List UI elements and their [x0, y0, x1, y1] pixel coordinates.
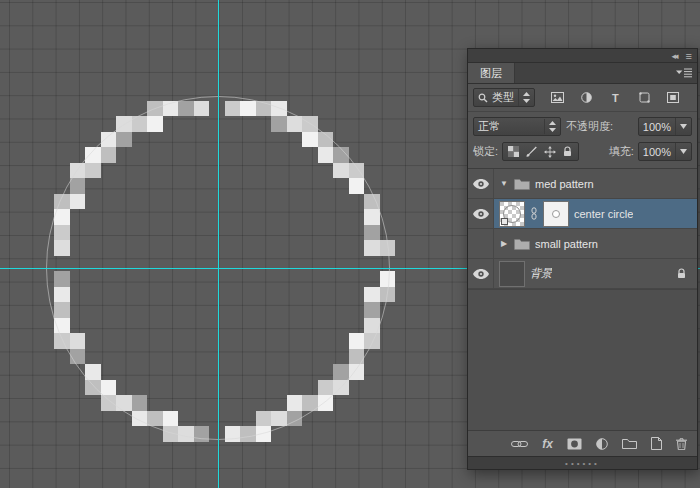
- mask-link-icon[interactable]: [530, 207, 538, 220]
- spin-arrows-icon: [523, 92, 530, 103]
- eye-icon: [473, 269, 489, 279]
- fill-value: 100%: [643, 146, 671, 158]
- chevron-down-icon: [680, 124, 687, 129]
- opacity-dropdown[interactable]: 100%: [638, 117, 692, 136]
- lock-buttons: [502, 142, 579, 161]
- link-layers-button[interactable]: [511, 440, 528, 448]
- chevron-down-icon: [680, 149, 687, 154]
- layer-row-center-circle[interactable]: center circle: [468, 199, 697, 229]
- layers-list: ▼med patterncenter circle▶small pattern背…: [468, 169, 697, 290]
- layer-filter-row: 类型 T: [468, 84, 697, 112]
- panel-header-strip: ◂◂≡: [468, 49, 697, 63]
- blend-mode-dropdown[interactable]: 正常: [473, 117, 561, 136]
- adjustment-layer-button[interactable]: [596, 438, 608, 450]
- visibility-toggle[interactable]: [468, 259, 494, 288]
- spin-arrows-icon: [549, 121, 556, 132]
- folder-icon: [514, 238, 530, 250]
- opacity-label: 不透明度:: [566, 119, 613, 134]
- new-layer-button[interactable]: [651, 437, 662, 450]
- lock-all-icon[interactable]: [560, 144, 575, 160]
- layer-style-button[interactable]: fx: [542, 437, 553, 451]
- panel-bottom-bar: fx: [468, 430, 697, 456]
- filter-type-value: 类型: [492, 90, 514, 105]
- layer-mask-button[interactable]: [567, 438, 582, 450]
- folder-icon: [514, 178, 530, 190]
- visibility-toggle[interactable]: [468, 169, 494, 198]
- panel-tab-bar: 图层: [468, 63, 697, 84]
- visibility-toggle[interactable]: [468, 199, 494, 228]
- layer-thumbnail[interactable]: [499, 261, 525, 287]
- lock-icon: [677, 268, 692, 279]
- layer-name: 背景: [530, 266, 552, 281]
- lock-row: 锁定: 填充: 100%: [468, 140, 697, 169]
- vertical-guide: [218, 0, 219, 488]
- eye-icon: [473, 179, 489, 189]
- filter-smart-object-icon[interactable]: [663, 88, 683, 107]
- layer-name: med pattern: [535, 178, 594, 190]
- filter-type-icon[interactable]: T: [605, 88, 625, 107]
- fx-icon: fx: [542, 437, 553, 451]
- panel-resize-grip[interactable]: ••••••: [468, 456, 697, 469]
- layers-panel: ◂◂≡ 图层 类型 T: [467, 48, 698, 470]
- mask-preview-dot: [552, 210, 560, 218]
- grip-dots-icon: ••••••: [565, 459, 600, 468]
- opacity-value: 100%: [643, 121, 671, 133]
- lock-position-icon[interactable]: [542, 144, 557, 160]
- lock-pixels-icon[interactable]: [524, 144, 539, 160]
- layer-row-small-pattern[interactable]: ▶small pattern: [468, 229, 697, 259]
- layer-row-content: 背景: [494, 259, 697, 288]
- fill-dropdown[interactable]: 100%: [638, 142, 692, 161]
- panel-menu-icon[interactable]: [676, 68, 692, 78]
- lock-label: 锁定:: [473, 144, 498, 159]
- filter-shape-icon[interactable]: [634, 88, 654, 107]
- layer-row-content: center circle: [494, 199, 697, 228]
- new-group-button[interactable]: [622, 438, 637, 449]
- layer-row-content: ▼med pattern: [494, 169, 697, 198]
- thumbnail-badge-icon: [501, 218, 508, 225]
- layer-name: center circle: [574, 208, 633, 220]
- search-icon: [478, 93, 488, 103]
- blend-mode-row: 正常 不透明度: 100%: [468, 112, 697, 140]
- delete-layer-button[interactable]: [676, 438, 687, 450]
- filter-type-dropdown[interactable]: 类型: [473, 88, 535, 107]
- tab-bar-fill: [515, 63, 697, 83]
- lock-transparent-icon[interactable]: [506, 144, 521, 160]
- panel-options-icon[interactable]: ≡: [686, 50, 692, 62]
- filter-icon-buttons: T: [539, 88, 692, 107]
- tab-layers[interactable]: 图层: [468, 63, 515, 83]
- fill-label: 填充:: [609, 144, 634, 159]
- filter-adjustment-icon[interactable]: [577, 88, 597, 107]
- tab-layers-label: 图层: [480, 66, 502, 81]
- layer-thumbnail[interactable]: [499, 201, 525, 227]
- expander-closed-icon[interactable]: ▶: [499, 239, 509, 248]
- layer-row-背景[interactable]: 背景: [468, 259, 697, 289]
- expander-open-icon[interactable]: ▼: [499, 179, 509, 188]
- eye-icon: [473, 209, 489, 219]
- layer-row-med-pattern[interactable]: ▼med pattern: [468, 169, 697, 199]
- filter-pixel-icon[interactable]: [548, 88, 568, 107]
- layer-name: small pattern: [535, 238, 598, 250]
- layers-empty-area: [468, 290, 697, 430]
- blend-mode-value: 正常: [478, 119, 500, 134]
- collapse-panels-icon[interactable]: ◂◂: [672, 51, 677, 61]
- photoshop-canvas[interactable]: ◂◂≡ 图层 类型 T: [0, 0, 700, 488]
- visibility-toggle[interactable]: [468, 229, 494, 258]
- layer-row-content: ▶small pattern: [494, 229, 697, 258]
- mask-thumbnail[interactable]: [543, 201, 569, 227]
